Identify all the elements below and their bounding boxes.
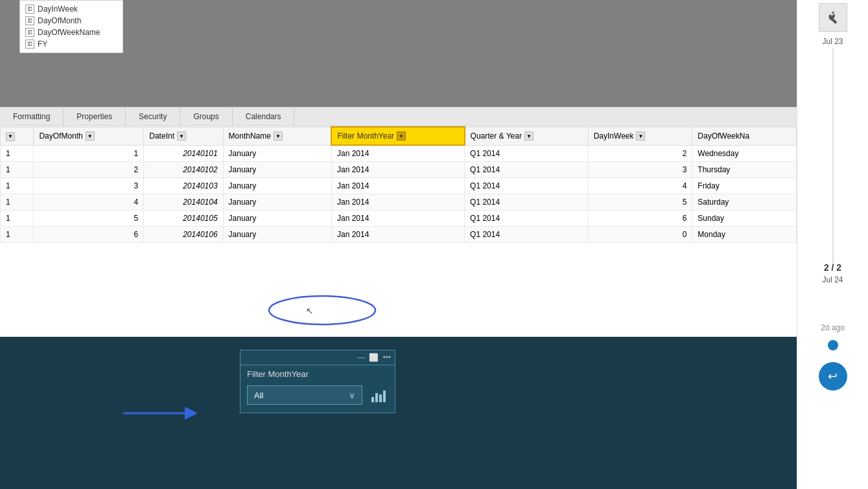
sidebar-page-indicator: 2 / 2 — [824, 262, 841, 273]
table-row: 1420140104JanuaryJan 2014Q1 20145Saturda… — [1, 194, 797, 210]
table-cell: 5 — [588, 194, 692, 210]
filter-widget-body: All ∨ — [240, 381, 395, 413]
table-cell: January — [223, 177, 331, 194]
table-row: 1220140102JanuaryJan 2014Q1 20143Thursda… — [1, 161, 797, 177]
filter-widget: — ⬜ ••• Filter MonthYear All ∨ — [240, 350, 395, 413]
widget-minimize-icon[interactable]: — — [357, 353, 365, 362]
col-monthname-label: MonthName — [229, 131, 271, 141]
table-cell: January — [223, 210, 331, 226]
table-cell: Thursday — [692, 161, 797, 177]
row-filter-arrow[interactable]: ▼ — [6, 132, 15, 141]
sidebar-bottom-date: Jul 24 — [822, 275, 843, 284]
field-label-dayofmonth: DayOfMonth — [38, 16, 81, 25]
field-icon-dayofweekname: 🗓 — [25, 28, 34, 37]
wrench-icon — [826, 10, 840, 25]
table-cell: Saturday — [692, 194, 797, 210]
filtermonthyear-arrow[interactable]: ▼ — [397, 131, 406, 141]
svg-rect-5 — [375, 393, 378, 402]
table-cell: 2 — [588, 145, 692, 161]
table-cell: January — [223, 145, 331, 161]
table-cell: 1 — [34, 145, 144, 161]
table-cell: Jan 2014 — [331, 145, 464, 161]
field-icon-dayinweek: 🗓 — [25, 5, 34, 14]
col-dayofmonth-label: DayOfMonth — [39, 131, 82, 141]
svg-rect-7 — [383, 391, 386, 402]
table-cell: 2 — [34, 161, 144, 177]
field-item-fy[interactable]: 🗓 FY — [25, 38, 117, 50]
col-header-monthname: MonthName ▼ — [223, 127, 331, 145]
quarterandyear-arrow[interactable]: ▼ — [524, 131, 534, 141]
sidebar-back-button[interactable]: ↩ — [819, 362, 847, 391]
filter-dropdown[interactable]: All ∨ — [247, 385, 362, 405]
table-cell: 1 — [1, 161, 34, 177]
filter-dropdown-arrow-icon: ∨ — [349, 390, 355, 400]
table-cell: 20140102 — [144, 161, 223, 177]
field-label-dayofweekname: DayOfWeekName — [38, 28, 100, 37]
tab-groups[interactable]: Groups — [180, 108, 232, 126]
table-cell: Monday — [692, 226, 797, 242]
field-icon-fy: 🗓 — [25, 40, 34, 49]
svg-text:↖: ↖ — [306, 306, 314, 316]
col-header-dateint: DateInt ▼ — [144, 127, 223, 145]
tab-security[interactable]: Security — [126, 108, 180, 126]
widget-expand-icon[interactable]: ⬜ — [369, 353, 379, 362]
field-list-box: 🗓 DayInWeek 🗓 DayOfMonth 🗓 DayOfWeekName… — [19, 0, 123, 53]
filter-dropdown-value: All — [254, 391, 263, 400]
dayinweek-arrow[interactable]: ▼ — [636, 131, 645, 141]
field-icon-dayofmonth: 🗓 — [25, 16, 34, 25]
table-cell: Q1 2014 — [465, 145, 589, 161]
widget-more-icon[interactable]: ••• — [382, 353, 391, 362]
field-item-dayinweek[interactable]: 🗓 DayInWeek — [25, 3, 117, 15]
back-arrow-icon: ↩ — [828, 369, 838, 383]
data-table-section: ▼ DayOfMonth ▼ DateInt ▼ — [0, 126, 797, 337]
table-cell: 20140104 — [144, 194, 223, 210]
table-cell: Sunday — [692, 210, 797, 226]
tab-formatting[interactable]: Formatting — [0, 108, 64, 126]
table-cell: 1 — [1, 226, 34, 242]
sidebar-wrench-button[interactable] — [819, 3, 847, 32]
tab-calendars[interactable]: Calendars — [233, 108, 295, 126]
svg-rect-4 — [371, 397, 374, 402]
chart-icon-button[interactable] — [368, 385, 388, 406]
table-container: ▼ DayOfMonth ▼ DateInt ▼ — [0, 126, 797, 243]
table-cell: 20140103 — [144, 177, 223, 194]
chart-icon — [370, 388, 386, 404]
field-item-dayofmonth[interactable]: 🗓 DayOfMonth — [25, 15, 117, 27]
col-quarterandyear-label: Quarter & Year — [471, 131, 522, 141]
table-cell: 20140105 — [144, 210, 223, 226]
col-header-filtermonthyear[interactable]: Filter MonthYear ▼ — [331, 127, 464, 145]
table-cell: 1 — [1, 194, 34, 210]
data-table: ▼ DayOfMonth ▼ DateInt ▼ — [0, 126, 797, 243]
right-sidebar: Jul 23 2 / 2 Jul 24 2d ago ↩ — [797, 0, 868, 489]
table-cell: Q1 2014 — [465, 177, 589, 194]
svg-marker-3 — [185, 407, 198, 420]
table-cell: 3 — [34, 177, 144, 194]
col-header-dayofweekna: DayOfWeekNa — [692, 127, 797, 145]
col-dateint-label: DateInt — [149, 131, 174, 141]
table-cell: Jan 2014 — [331, 226, 464, 242]
table-cell: 5 — [34, 210, 144, 226]
table-cell: 3 — [588, 161, 692, 177]
field-label-fy: FY — [38, 40, 47, 49]
svg-rect-6 — [379, 394, 382, 402]
tab-properties[interactable]: Properties — [64, 108, 126, 126]
table-cell: January — [223, 194, 331, 210]
table-cell: 1 — [1, 145, 34, 161]
field-item-dayofweekname[interactable]: 🗓 DayOfWeekName — [25, 27, 117, 38]
table-row: 1320140103JanuaryJan 2014Q1 20144Friday — [1, 177, 797, 194]
monthname-arrow[interactable]: ▼ — [274, 131, 283, 141]
col-dayinweek-label: DayInWeek — [594, 131, 634, 141]
table-cell: 6 — [588, 210, 692, 226]
dateint-arrow[interactable]: ▼ — [177, 131, 186, 141]
table-cell: Friday — [692, 177, 797, 194]
sidebar-vertical-line — [832, 49, 834, 262]
col-header-row: ▼ — [1, 127, 34, 145]
table-cell: Q1 2014 — [465, 210, 589, 226]
col-filtermonthyear-label: Filter MonthYear — [337, 131, 394, 141]
dayofmonth-arrow[interactable]: ▼ — [86, 131, 95, 141]
table-cell: Jan 2014 — [331, 194, 464, 210]
table-cell: 20140101 — [144, 145, 223, 161]
svg-point-0 — [269, 296, 375, 324]
table-cell: Wednesday — [692, 145, 797, 161]
table-cell: 6 — [34, 226, 144, 242]
